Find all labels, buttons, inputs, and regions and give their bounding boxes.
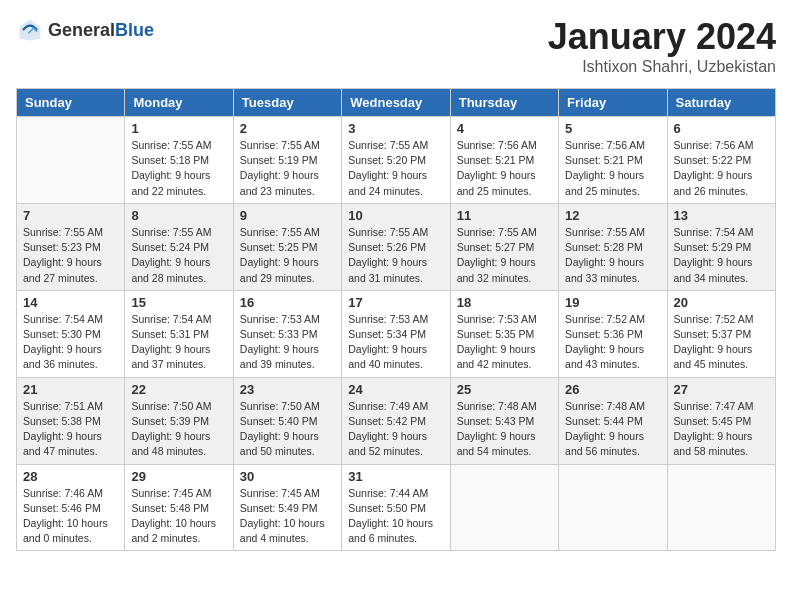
day-number: 6 — [674, 121, 769, 136]
page-header: GeneralBlue January 2024 Ishtixon Shahri… — [16, 16, 776, 76]
day-number: 25 — [457, 382, 552, 397]
calendar-cell: 26 Sunrise: 7:48 AMSunset: 5:44 PMDaylig… — [559, 377, 667, 464]
logo-text-blue: Blue — [115, 20, 154, 40]
day-number: 22 — [131, 382, 226, 397]
calendar-cell: 10 Sunrise: 7:55 AMSunset: 5:26 PMDaylig… — [342, 203, 450, 290]
calendar-cell: 17 Sunrise: 7:53 AMSunset: 5:34 PMDaylig… — [342, 290, 450, 377]
weekday-header-monday: Monday — [125, 89, 233, 117]
day-info: Sunrise: 7:45 AMSunset: 5:49 PMDaylight:… — [240, 486, 335, 547]
calendar-cell: 15 Sunrise: 7:54 AMSunset: 5:31 PMDaylig… — [125, 290, 233, 377]
day-info: Sunrise: 7:55 AMSunset: 5:28 PMDaylight:… — [565, 225, 660, 286]
day-number: 28 — [23, 469, 118, 484]
weekday-header-saturday: Saturday — [667, 89, 775, 117]
calendar-cell — [559, 464, 667, 551]
calendar-week-row: 28 Sunrise: 7:46 AMSunset: 5:46 PMDaylig… — [17, 464, 776, 551]
day-info: Sunrise: 7:55 AMSunset: 5:24 PMDaylight:… — [131, 225, 226, 286]
day-number: 7 — [23, 208, 118, 223]
day-number: 17 — [348, 295, 443, 310]
day-info: Sunrise: 7:55 AMSunset: 5:27 PMDaylight:… — [457, 225, 552, 286]
calendar-week-row: 14 Sunrise: 7:54 AMSunset: 5:30 PMDaylig… — [17, 290, 776, 377]
day-info: Sunrise: 7:56 AMSunset: 5:22 PMDaylight:… — [674, 138, 769, 199]
calendar-cell: 31 Sunrise: 7:44 AMSunset: 5:50 PMDaylig… — [342, 464, 450, 551]
calendar-cell: 12 Sunrise: 7:55 AMSunset: 5:28 PMDaylig… — [559, 203, 667, 290]
day-info: Sunrise: 7:53 AMSunset: 5:34 PMDaylight:… — [348, 312, 443, 373]
day-info: Sunrise: 7:48 AMSunset: 5:43 PMDaylight:… — [457, 399, 552, 460]
day-number: 24 — [348, 382, 443, 397]
calendar-cell: 21 Sunrise: 7:51 AMSunset: 5:38 PMDaylig… — [17, 377, 125, 464]
weekday-header-row: SundayMondayTuesdayWednesdayThursdayFrid… — [17, 89, 776, 117]
day-number: 15 — [131, 295, 226, 310]
calendar-cell: 24 Sunrise: 7:49 AMSunset: 5:42 PMDaylig… — [342, 377, 450, 464]
calendar-cell: 30 Sunrise: 7:45 AMSunset: 5:49 PMDaylig… — [233, 464, 341, 551]
day-number: 19 — [565, 295, 660, 310]
day-number: 31 — [348, 469, 443, 484]
calendar-cell: 29 Sunrise: 7:45 AMSunset: 5:48 PMDaylig… — [125, 464, 233, 551]
calendar-cell: 27 Sunrise: 7:47 AMSunset: 5:45 PMDaylig… — [667, 377, 775, 464]
day-info: Sunrise: 7:50 AMSunset: 5:39 PMDaylight:… — [131, 399, 226, 460]
day-info: Sunrise: 7:55 AMSunset: 5:25 PMDaylight:… — [240, 225, 335, 286]
day-number: 21 — [23, 382, 118, 397]
day-info: Sunrise: 7:56 AMSunset: 5:21 PMDaylight:… — [457, 138, 552, 199]
calendar-cell: 25 Sunrise: 7:48 AMSunset: 5:43 PMDaylig… — [450, 377, 558, 464]
calendar-cell: 5 Sunrise: 7:56 AMSunset: 5:21 PMDayligh… — [559, 117, 667, 204]
calendar-cell: 18 Sunrise: 7:53 AMSunset: 5:35 PMDaylig… — [450, 290, 558, 377]
calendar-week-row: 21 Sunrise: 7:51 AMSunset: 5:38 PMDaylig… — [17, 377, 776, 464]
day-number: 27 — [674, 382, 769, 397]
weekday-header-tuesday: Tuesday — [233, 89, 341, 117]
day-info: Sunrise: 7:51 AMSunset: 5:38 PMDaylight:… — [23, 399, 118, 460]
day-info: Sunrise: 7:52 AMSunset: 5:36 PMDaylight:… — [565, 312, 660, 373]
day-info: Sunrise: 7:55 AMSunset: 5:23 PMDaylight:… — [23, 225, 118, 286]
calendar-cell: 2 Sunrise: 7:55 AMSunset: 5:19 PMDayligh… — [233, 117, 341, 204]
calendar-week-row: 1 Sunrise: 7:55 AMSunset: 5:18 PMDayligh… — [17, 117, 776, 204]
day-number: 3 — [348, 121, 443, 136]
weekday-header-friday: Friday — [559, 89, 667, 117]
calendar-cell: 9 Sunrise: 7:55 AMSunset: 5:25 PMDayligh… — [233, 203, 341, 290]
logo: GeneralBlue — [16, 16, 154, 44]
weekday-header-sunday: Sunday — [17, 89, 125, 117]
logo-text-general: General — [48, 20, 115, 40]
day-number: 4 — [457, 121, 552, 136]
calendar-cell: 28 Sunrise: 7:46 AMSunset: 5:46 PMDaylig… — [17, 464, 125, 551]
calendar-cell: 20 Sunrise: 7:52 AMSunset: 5:37 PMDaylig… — [667, 290, 775, 377]
calendar-cell — [667, 464, 775, 551]
day-number: 20 — [674, 295, 769, 310]
calendar-cell: 4 Sunrise: 7:56 AMSunset: 5:21 PMDayligh… — [450, 117, 558, 204]
calendar-cell — [17, 117, 125, 204]
calendar-cell: 3 Sunrise: 7:55 AMSunset: 5:20 PMDayligh… — [342, 117, 450, 204]
calendar-week-row: 7 Sunrise: 7:55 AMSunset: 5:23 PMDayligh… — [17, 203, 776, 290]
calendar-cell: 23 Sunrise: 7:50 AMSunset: 5:40 PMDaylig… — [233, 377, 341, 464]
day-info: Sunrise: 7:56 AMSunset: 5:21 PMDaylight:… — [565, 138, 660, 199]
day-number: 30 — [240, 469, 335, 484]
day-info: Sunrise: 7:50 AMSunset: 5:40 PMDaylight:… — [240, 399, 335, 460]
day-info: Sunrise: 7:53 AMSunset: 5:33 PMDaylight:… — [240, 312, 335, 373]
day-number: 8 — [131, 208, 226, 223]
day-info: Sunrise: 7:53 AMSunset: 5:35 PMDaylight:… — [457, 312, 552, 373]
day-info: Sunrise: 7:48 AMSunset: 5:44 PMDaylight:… — [565, 399, 660, 460]
day-info: Sunrise: 7:46 AMSunset: 5:46 PMDaylight:… — [23, 486, 118, 547]
logo-icon — [16, 16, 44, 44]
day-number: 11 — [457, 208, 552, 223]
day-info: Sunrise: 7:45 AMSunset: 5:48 PMDaylight:… — [131, 486, 226, 547]
day-number: 23 — [240, 382, 335, 397]
calendar-cell: 19 Sunrise: 7:52 AMSunset: 5:36 PMDaylig… — [559, 290, 667, 377]
weekday-header-wednesday: Wednesday — [342, 89, 450, 117]
calendar-cell: 16 Sunrise: 7:53 AMSunset: 5:33 PMDaylig… — [233, 290, 341, 377]
calendar-cell: 8 Sunrise: 7:55 AMSunset: 5:24 PMDayligh… — [125, 203, 233, 290]
calendar-cell: 14 Sunrise: 7:54 AMSunset: 5:30 PMDaylig… — [17, 290, 125, 377]
month-title: January 2024 — [548, 16, 776, 58]
title-area: January 2024 Ishtixon Shahri, Uzbekistan — [548, 16, 776, 76]
calendar-cell: 11 Sunrise: 7:55 AMSunset: 5:27 PMDaylig… — [450, 203, 558, 290]
day-info: Sunrise: 7:44 AMSunset: 5:50 PMDaylight:… — [348, 486, 443, 547]
weekday-header-thursday: Thursday — [450, 89, 558, 117]
calendar-cell: 6 Sunrise: 7:56 AMSunset: 5:22 PMDayligh… — [667, 117, 775, 204]
day-number: 5 — [565, 121, 660, 136]
day-info: Sunrise: 7:49 AMSunset: 5:42 PMDaylight:… — [348, 399, 443, 460]
day-number: 13 — [674, 208, 769, 223]
day-number: 2 — [240, 121, 335, 136]
calendar-cell: 1 Sunrise: 7:55 AMSunset: 5:18 PMDayligh… — [125, 117, 233, 204]
calendar-table: SundayMondayTuesdayWednesdayThursdayFrid… — [16, 88, 776, 551]
day-info: Sunrise: 7:54 AMSunset: 5:30 PMDaylight:… — [23, 312, 118, 373]
day-info: Sunrise: 7:55 AMSunset: 5:26 PMDaylight:… — [348, 225, 443, 286]
day-number: 10 — [348, 208, 443, 223]
calendar-cell: 7 Sunrise: 7:55 AMSunset: 5:23 PMDayligh… — [17, 203, 125, 290]
